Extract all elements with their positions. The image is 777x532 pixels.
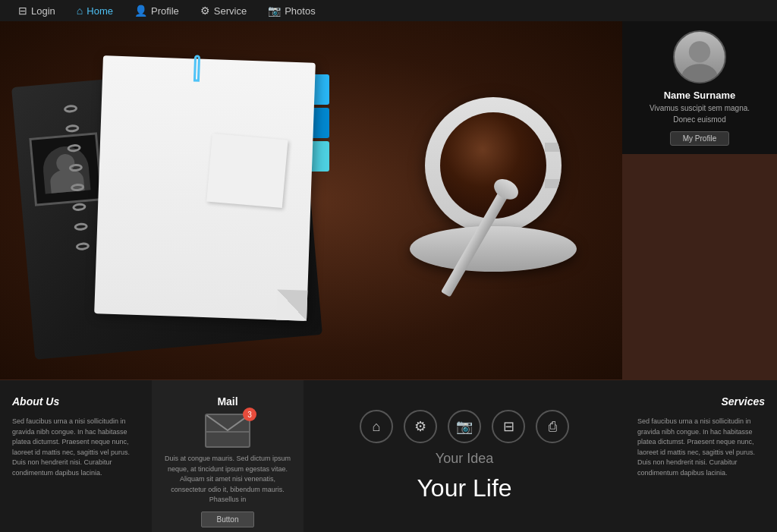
photo-frame <box>29 132 103 206</box>
services-section: Services Sed faucibus urna a nisi sollic… <box>625 380 777 532</box>
avatar-svg <box>675 30 725 82</box>
services-title: Services <box>637 395 765 408</box>
profile-sub2: Donec euismod <box>673 115 725 124</box>
login-icon: ⊟ <box>18 5 27 17</box>
cup-saucer <box>410 226 577 272</box>
ring-1 <box>64 105 78 114</box>
about-us-title: About Us <box>12 395 140 408</box>
blue-tab-2 <box>311 108 329 138</box>
hero-area <box>0 21 622 379</box>
center-home-icon[interactable]: ⌂ <box>360 410 393 443</box>
center-camera-icon[interactable]: 📷 <box>448 410 481 443</box>
profile-name: Name Surname <box>664 90 736 101</box>
nav-home[interactable]: ⌂ Home <box>66 0 124 21</box>
profile-nav-icon: 👤 <box>134 5 147 17</box>
bottom-center-section: ⌂ ⚙ 📷 ⊟ ⎙ Your Idea Your Life <box>304 380 625 532</box>
profile-card: Name Surname Vivamus suscipit sem magna.… <box>622 21 777 154</box>
tagline-sub: Your Idea <box>436 451 493 467</box>
profile-sub1: Vivamus suscipit sem magna. <box>650 104 750 112</box>
coffee-cup-area <box>402 97 584 294</box>
nav-login-label: Login <box>31 5 55 17</box>
cup-handle <box>545 143 562 188</box>
mail-icon-wrap: 3 <box>205 414 250 448</box>
mail-section: Mail 3 Duis at congue mauris. Sed dictum… <box>152 380 304 532</box>
tagline-main: Your Life <box>417 474 511 502</box>
nav-photos[interactable]: 📷 Photos <box>257 0 326 21</box>
navbar: ⊟ Login ⌂ Home 👤 Profile ⚙ Service 📷 Pho… <box>0 0 777 21</box>
sticky-note <box>206 134 288 208</box>
nav-home-label: Home <box>87 5 113 17</box>
mail-button[interactable]: Button <box>201 512 255 527</box>
ring-4 <box>68 163 83 172</box>
nav-login[interactable]: ⊟ Login <box>8 0 66 21</box>
svg-point-1 <box>681 64 717 82</box>
nav-photos-label: Photos <box>285 5 315 17</box>
notebook <box>23 44 357 355</box>
center-settings-icon[interactable]: ⚙ <box>404 410 437 443</box>
profile-avatar-wrapper <box>673 30 726 83</box>
nav-profile[interactable]: 👤 Profile <box>124 0 190 21</box>
ring-8 <box>76 242 90 251</box>
ring-3 <box>67 143 81 153</box>
svg-point-0 <box>689 41 710 62</box>
photos-nav-icon: 📷 <box>268 5 281 17</box>
mail-envelope-icon <box>205 414 250 448</box>
nav-service-label: Service <box>214 5 247 17</box>
mail-text: Duis at congue mauris. Sed dictum ipsum … <box>164 454 291 505</box>
home-nav-icon: ⌂ <box>77 5 83 17</box>
bottom-section: About Us Sed faucibus urna a nisi sollic… <box>0 380 777 532</box>
center-print-icon[interactable]: ⎙ <box>536 410 569 443</box>
center-key-icon[interactable]: ⊟ <box>492 410 525 443</box>
ring-2 <box>65 124 80 133</box>
nav-profile-label: Profile <box>151 5 179 17</box>
paperclip <box>193 55 200 81</box>
nav-service[interactable]: ⚙ Service <box>190 0 257 21</box>
notepad-page <box>94 55 316 321</box>
profile-avatar <box>673 30 726 83</box>
envelope-svg <box>206 415 249 446</box>
blue-tab-3 <box>311 141 329 172</box>
ring-7 <box>74 222 88 231</box>
mail-badge: 3 <box>243 408 256 421</box>
icon-row: ⌂ ⚙ 📷 ⊟ ⎙ <box>360 410 569 443</box>
ring-5 <box>71 183 85 192</box>
service-nav-icon: ⚙ <box>200 5 210 17</box>
my-profile-button[interactable]: My Profile <box>670 131 729 146</box>
ring-6 <box>72 203 87 212</box>
about-us-text: Sed faucibus urna a nisi sollicitudin in… <box>12 417 140 478</box>
mail-title: Mail <box>217 395 238 408</box>
about-us-section: About Us Sed faucibus urna a nisi sollic… <box>0 380 152 532</box>
services-text: Sed faucibus urna a nisi sollicitudin in… <box>637 417 765 478</box>
